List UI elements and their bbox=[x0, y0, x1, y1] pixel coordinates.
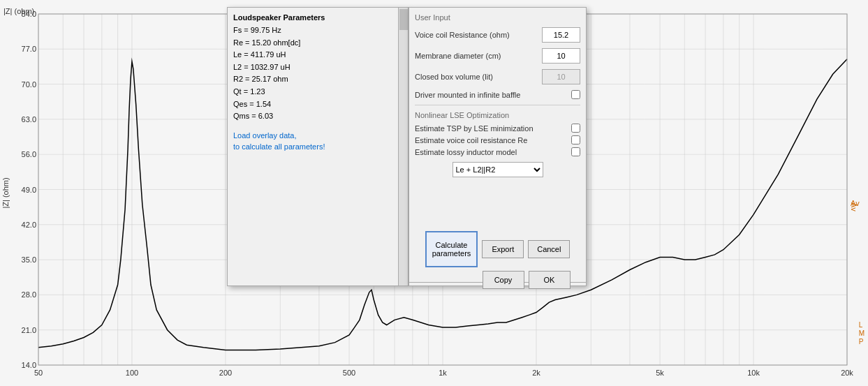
user-input-title: User Input bbox=[415, 13, 580, 22]
dialog-buttons: Calculate parameters Export Cancel Copy … bbox=[409, 237, 587, 283]
params-note: Load overlay data, to calculate all para… bbox=[233, 130, 392, 153]
params-list: Fs = 99.75 HzRe = 15.20 ohm[dc]Le = 411.… bbox=[233, 24, 392, 123]
estimate-lossy-label: Estimate lossy inductor model bbox=[415, 148, 517, 156]
closed-box-input[interactable] bbox=[542, 69, 580, 84]
ok-button[interactable]: OK bbox=[529, 271, 571, 289]
closed-box-row: Closed box volume (lit) bbox=[415, 69, 580, 84]
voice-coil-row: Voice coil Resistance (ohm) bbox=[415, 27, 580, 43]
params-title: Loudspeaker Parameters bbox=[233, 13, 392, 22]
estimate-lossy-checkbox[interactable] bbox=[571, 147, 580, 156]
section-divider-1 bbox=[415, 105, 580, 105]
lmp-label: LMP bbox=[859, 321, 865, 346]
buttons-row-1: Calculate parameters Export Cancel bbox=[425, 231, 571, 267]
infinite-baffle-row: Driver mounted in infinite baffle bbox=[415, 90, 580, 99]
model-select[interactable]: Le + L2||R2Le onlyL2||R2 only bbox=[453, 162, 543, 177]
av-label: Av bbox=[850, 202, 858, 211]
nonlinear-section: Nonlinear LSE Optimization Estimate TSP … bbox=[415, 111, 580, 177]
params-scrollbar[interactable] bbox=[398, 8, 408, 285]
copy-button[interactable]: Copy bbox=[483, 271, 524, 289]
y-axis-title: |Z| (ohm) bbox=[3, 7, 34, 15]
estimate-re-label: Estimate voice coil resistance Re bbox=[415, 136, 527, 144]
voice-coil-label: Voice coil Resistance (ohm) bbox=[415, 31, 542, 39]
buttons-row-2: Copy OK bbox=[425, 271, 571, 289]
voice-coil-input[interactable] bbox=[542, 27, 580, 43]
infinite-baffle-label: Driver mounted in infinite baffle bbox=[415, 91, 568, 99]
estimate-re-checkbox[interactable] bbox=[571, 135, 580, 144]
estimate-tsp-row: Estimate TSP by LSE minimization bbox=[415, 124, 580, 133]
infinite-baffle-checkbox[interactable] bbox=[571, 90, 580, 99]
membrane-row: Membrane diameter (cm) bbox=[415, 48, 580, 64]
estimate-lossy-row: Estimate lossy inductor model bbox=[415, 147, 580, 156]
closed-box-label: Closed box volume (lit) bbox=[415, 73, 542, 81]
nonlinear-title: Nonlinear LSE Optimization bbox=[415, 111, 580, 119]
estimate-tsp-checkbox[interactable] bbox=[571, 124, 580, 133]
membrane-label: Membrane diameter (cm) bbox=[415, 52, 542, 60]
model-dropdown-row: Le + L2||R2Le onlyL2||R2 only bbox=[415, 162, 580, 177]
cancel-button[interactable]: Cancel bbox=[528, 240, 570, 258]
estimate-tsp-label: Estimate TSP by LSE minimization bbox=[415, 124, 534, 133]
export-button[interactable]: Export bbox=[482, 240, 524, 258]
membrane-input[interactable] bbox=[542, 48, 580, 64]
calculate-button[interactable]: Calculate parameters bbox=[425, 231, 478, 267]
estimate-re-row: Estimate voice coil resistance Re bbox=[415, 135, 580, 144]
params-panel: Loudspeaker Parameters Fs = 99.75 HzRe =… bbox=[227, 7, 409, 286]
